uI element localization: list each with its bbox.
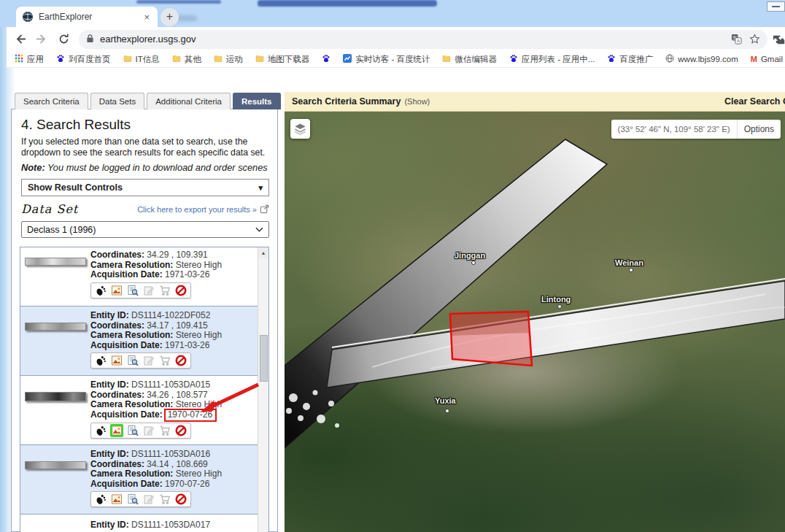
bookmark-item[interactable]: 应用: [15, 54, 44, 65]
result-row-highlighted: Entity ID: DS1111-1053DA015 Coordinates:…: [20, 376, 268, 445]
clear-search-link[interactable]: Clear Search C: [724, 96, 785, 107]
cart-icon[interactable]: [159, 355, 171, 366]
translate-icon[interactable]: 文 A: [731, 34, 742, 45]
cart-icon[interactable]: [159, 285, 171, 296]
place-marker-dot: [471, 261, 476, 265]
bookmark-item[interactable]: 应用列表 - 应用中...: [509, 54, 595, 65]
exclude-scene-icon[interactable]: [175, 285, 187, 296]
browse-overlay-icon[interactable]: [111, 493, 123, 505]
chevron-down-icon: ▾: [258, 183, 263, 193]
bookmark-item[interactable]: www.lbjs99.com: [665, 54, 738, 64]
footprint-icon[interactable]: [95, 285, 107, 296]
footprint-icon[interactable]: [95, 493, 107, 505]
forward-button[interactable]: [33, 30, 50, 49]
browse-overlay-icon[interactable]: [111, 355, 123, 366]
summary-title: Search Criteria Summary: [292, 96, 401, 107]
cart-icon[interactable]: [159, 493, 171, 505]
bookmark-label: Gmail: [761, 55, 783, 63]
map-coordinate-bar: (33° 52' 46" N, 109° 58' 23" E) Options: [611, 120, 781, 139]
camera-resolution-value: Stereo High: [176, 260, 222, 270]
new-tab-button[interactable]: +: [161, 8, 179, 26]
bookmark-star-icon[interactable]: [749, 34, 760, 45]
field-label: Entity ID:: [90, 449, 129, 459]
bookmark-item[interactable]: IT信息: [123, 54, 160, 65]
reload-button[interactable]: [55, 30, 73, 49]
coordinates-value: 34.14 , 108.669: [147, 459, 207, 469]
left-panel-tabs: Search Criteria Data Sets Additional Cri…: [15, 93, 281, 109]
bookmark-item[interactable]: MGmail: [751, 55, 783, 63]
bookmark-item[interactable]: 运动: [214, 54, 243, 65]
field-label: Acquisition Date:: [90, 409, 163, 420]
results-scrollbar[interactable]: ▲: [258, 247, 268, 532]
exclude-scene-icon[interactable]: [175, 425, 187, 436]
extension-puzzle-icon[interactable]: [773, 34, 785, 45]
scene-thumbnail[interactable]: [25, 323, 86, 331]
padlock-icon[interactable]: [86, 33, 94, 46]
map-options-button[interactable]: Options: [738, 124, 781, 134]
tab-results[interactable]: Results: [233, 93, 281, 109]
result-row: Entity ID: DS1114-1022DF052 Coordinates:…: [20, 307, 268, 376]
bookmark-item[interactable]: 地图下载器: [255, 54, 310, 65]
export-icon: [260, 204, 269, 214]
place-label: Weinan: [615, 258, 643, 267]
bookmark-item[interactable]: 实时访客 - 百度统计: [343, 54, 430, 65]
browse-overlay-icon[interactable]: [111, 285, 123, 296]
cart-icon[interactable]: [159, 425, 171, 436]
map-layers-button[interactable]: [290, 119, 310, 139]
bookmark-label: 地图下载器: [268, 54, 310, 65]
exclude-scene-icon[interactable]: [175, 355, 187, 366]
field-label: Camera Resolution:: [90, 330, 173, 340]
map-canvas[interactable]: (33° 52' 46" N, 109° 58' 23" E) Options …: [285, 112, 785, 532]
bookmark-item[interactable]: 到百度首页: [56, 54, 111, 65]
url-text[interactable]: earthexplorer.usgs.gov: [100, 34, 724, 45]
search-criteria-summary-bar: Search Criteria Summary (Show) Clear Sea…: [285, 92, 785, 112]
data-set-select[interactable]: Declass 1 (1996): [21, 221, 269, 238]
download-options-icon[interactable]: [143, 425, 155, 436]
note-text: You must be logged in to download and or…: [45, 162, 268, 173]
field-label: Camera Resolution:: [90, 399, 173, 409]
back-button[interactable]: [11, 30, 28, 49]
show-metadata-icon[interactable]: [127, 285, 139, 296]
exclude-scene-icon[interactable]: [175, 493, 187, 505]
coordinates-value: 34.17 , 109.415: [147, 320, 207, 331]
tab-additional-criteria[interactable]: Additional Criteria: [147, 93, 231, 109]
tab-data-sets[interactable]: Data Sets: [90, 93, 145, 109]
coordinates-value: 34.29 , 109.391: [147, 250, 207, 260]
scene-thumbnail[interactable]: [25, 392, 86, 401]
tab-close-icon[interactable]: ×: [142, 12, 152, 23]
footprint-icon[interactable]: [95, 355, 107, 366]
address-bar[interactable]: earthexplorer.usgs.gov 文 A: [79, 30, 767, 49]
scrollbar-thumb[interactable]: [260, 335, 268, 382]
browse-overlay-icon[interactable]: [110, 424, 123, 437]
summary-show-toggle[interactable]: (Show): [404, 97, 430, 106]
bookmarks-bar: 应用到百度首页IT信息其他运动地图下载器实时访客 - 百度统计微信编辑器应用列表…: [7, 51, 785, 68]
download-options-icon[interactable]: [143, 285, 155, 296]
bookmark-item[interactable]: 微信编辑器: [442, 54, 497, 65]
bookmark-item[interactable]: 其他: [172, 54, 201, 65]
entity-id-value: DS1114-1022DF052: [131, 310, 210, 320]
highlighted-acquisition-date: 1970-07-26: [164, 409, 217, 423]
bookmark-label: 实时访客 - 百度统计: [355, 54, 430, 65]
show-result-controls[interactable]: Show Result Controls ▾: [21, 179, 269, 196]
download-options-icon[interactable]: [143, 493, 155, 505]
show-metadata-icon[interactable]: [127, 355, 139, 366]
export-results-link[interactable]: Click here to export your results »: [137, 204, 269, 214]
tab-search-criteria[interactable]: Search Criteria: [15, 93, 88, 109]
bookmark-item[interactable]: 百度推广: [607, 54, 653, 65]
scene-controls: [90, 423, 191, 439]
footprint-icon[interactable]: [95, 425, 107, 436]
scene-thumbnail[interactable]: [25, 461, 86, 469]
browser-tab[interactable]: EarthExplorer ×: [16, 7, 158, 27]
bookmark-item[interactable]: [322, 54, 330, 64]
field-label: Acquisition Date:: [90, 269, 163, 280]
download-options-icon[interactable]: [143, 355, 155, 366]
scroll-up-arrow-icon[interactable]: ▲: [258, 247, 268, 258]
folder-icon: [123, 54, 132, 64]
show-metadata-icon[interactable]: [127, 425, 139, 436]
minimize-button[interactable]: [767, 1, 785, 12]
show-metadata-icon[interactable]: [127, 493, 139, 505]
baidu-icon: [322, 54, 330, 64]
export-results-label: Click here to export your results »: [137, 205, 257, 214]
bookmark-label: IT信息: [136, 54, 160, 65]
scene-thumbnail[interactable]: [25, 258, 86, 266]
